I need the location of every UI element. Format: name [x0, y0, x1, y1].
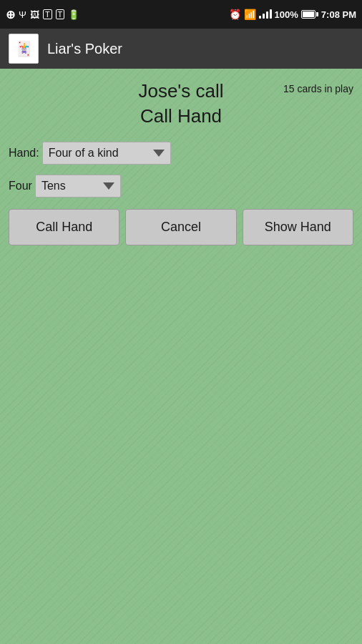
show-hand-button[interactable]: Show Hand — [243, 209, 353, 245]
jose-call-text: Jose's call — [138, 80, 223, 102]
alarm-icon: ⏰ — [229, 9, 241, 20]
battery-percentage: 100% — [275, 9, 298, 20]
call-hand-button[interactable]: Call Hand — [9, 209, 119, 245]
title-bar: 🃏 Liar's Poker — [0, 29, 362, 69]
content-overlay: Jose's call 15 cards in play Call Hand H… — [9, 80, 353, 245]
button-row: Call Hand Cancel Show Hand — [9, 209, 353, 245]
cancel-button[interactable]: Cancel — [125, 209, 236, 245]
cards-in-play: 15 cards in play — [283, 83, 353, 94]
add-icon: ⊕ — [6, 8, 15, 21]
four-dropdown-arrow-icon — [103, 182, 114, 190]
hand-dropdown-row: Hand: Four of a kind — [9, 142, 353, 165]
hand-dropdown-value: Four of a kind — [49, 147, 147, 160]
time-display: 7:08 PM — [321, 9, 356, 20]
signal-icon — [259, 9, 272, 21]
call-hand-title: Call Hand — [9, 105, 353, 127]
app-icon-image: 🃏 — [15, 40, 33, 57]
hand-dropdown-arrow-icon — [153, 150, 165, 157]
status-bar: ⊕ Ψ 🖼 T T 🔋 ⏰ 📶 100% 7:08 PM — [0, 0, 362, 29]
status-icons-left: ⊕ Ψ 🖼 T T 🔋 — [6, 8, 79, 21]
wifi-icon: 📶 — [244, 9, 256, 20]
battery-small-icon: 🔋 — [68, 9, 79, 20]
sim1-icon: T — [43, 9, 52, 19]
main-content: Jose's call 15 cards in play Call Hand H… — [0, 69, 362, 644]
app-title: Liar's Poker — [47, 41, 122, 57]
image-icon: 🖼 — [30, 9, 39, 20]
usb-icon: Ψ — [19, 9, 26, 20]
player-call: Jose's call — [138, 80, 223, 102]
four-dropdown-row: Four Tens — [9, 175, 353, 197]
hand-label: Hand: — [9, 147, 39, 160]
hand-dropdown[interactable]: Four of a kind — [42, 142, 171, 165]
four-label: Four — [9, 180, 32, 192]
four-dropdown-value: Tens — [41, 180, 97, 192]
four-dropdown[interactable]: Tens — [35, 175, 121, 197]
header-row: Jose's call 15 cards in play — [9, 80, 353, 102]
app-icon: 🃏 — [9, 34, 39, 64]
sim2-icon: T — [56, 9, 65, 19]
status-icons-right: ⏰ 📶 100% 7:08 PM — [229, 9, 356, 21]
battery-icon — [301, 10, 318, 19]
